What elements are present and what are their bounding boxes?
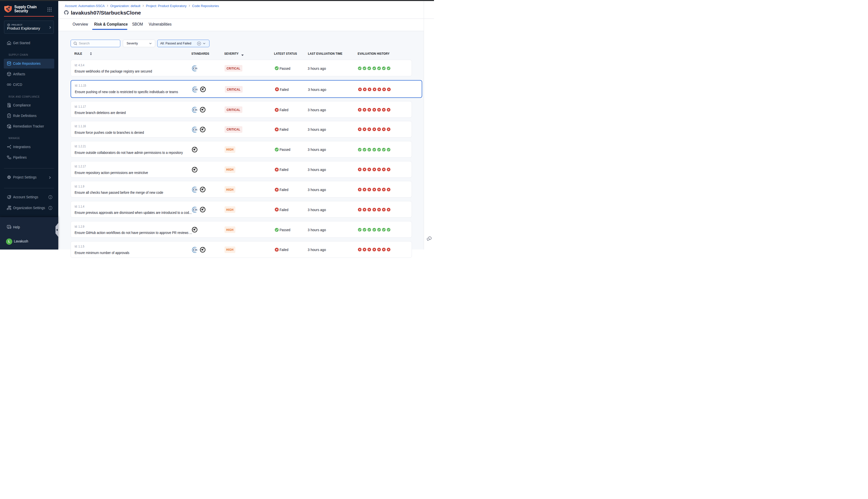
svg-text:CIS: CIS	[193, 67, 197, 70]
svg-text:?: ?	[8, 226, 10, 228]
svg-text:CIS: CIS	[193, 248, 197, 250]
svg-text:</>: </>	[8, 63, 10, 65]
svg-text:CIS: CIS	[193, 208, 197, 211]
svg-text:CIS: CIS	[193, 109, 197, 111]
svg-text:CIS: CIS	[193, 88, 198, 91]
svg-text:CIS: CIS	[193, 128, 197, 131]
svg-text:CIS: CIS	[193, 188, 197, 191]
